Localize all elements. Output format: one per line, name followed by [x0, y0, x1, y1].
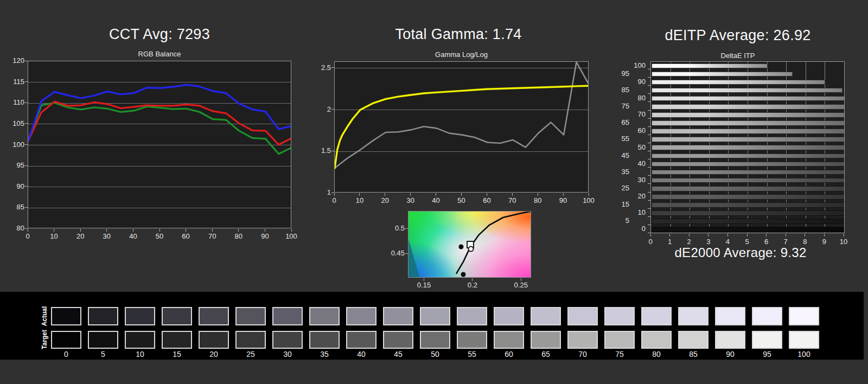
axis-tick — [650, 234, 651, 236]
axis-tick — [472, 278, 473, 281]
axis-tick — [331, 109, 334, 110]
deltae-bar-level-80 — [652, 96, 845, 101]
actual-swatch-60 — [494, 307, 524, 325]
x-axis-label: 3 — [698, 238, 719, 246]
deltae-bar-level-50 — [652, 145, 845, 150]
axis-tick — [405, 228, 408, 229]
target-swatch-80 — [641, 331, 672, 349]
deltae-bar-level-65 — [652, 120, 845, 126]
target-swatch-40 — [346, 331, 376, 349]
axis-tick — [487, 193, 487, 196]
axis-tick — [80, 229, 81, 232]
swatch-level-label: 55 — [454, 350, 490, 359]
bar-category-label: 80 — [626, 94, 646, 103]
y-axis-label: 120 — [1, 56, 24, 65]
deltae-bar-level-75 — [652, 104, 845, 110]
rgb_balance-blue-line — [28, 85, 291, 140]
y-axis-label: 100 — [1, 140, 24, 149]
deltae-bar-level-30 — [652, 178, 845, 183]
x-axis-label: 10 — [833, 238, 854, 246]
actual-swatch-85 — [678, 307, 709, 325]
axis-tick — [648, 69, 650, 69]
actual-swatch-100 — [789, 307, 819, 325]
deltae-bar-level-100 — [652, 63, 768, 69]
actual-swatch-25 — [235, 307, 266, 325]
gamma-loglog-chart-title: Gamma Log/Log — [334, 50, 589, 59]
swatch-level-label: 30 — [269, 350, 306, 359]
axis-tick — [563, 193, 564, 196]
y-axis-label: 90 — [1, 182, 24, 191]
axis-tick — [648, 151, 650, 151]
swatch-level-label: 75 — [601, 350, 638, 359]
axis-tick — [648, 200, 650, 201]
x-axis-label: 2 — [678, 238, 700, 246]
axis-tick — [648, 233, 650, 233]
target-swatch-45 — [383, 331, 413, 349]
actual-swatch-90 — [715, 307, 745, 325]
swatch-level-label: 10 — [122, 350, 158, 359]
x-axis-label: 20 — [69, 232, 91, 241]
actual-swatch-45 — [383, 307, 413, 325]
axis-tick — [824, 234, 825, 236]
target-swatch-25 — [235, 331, 266, 349]
axis-tick — [461, 193, 462, 196]
rgb-balance-chart-title: RGB Balance — [28, 50, 291, 58]
target-swatch-90 — [715, 331, 745, 349]
actual-swatch-0 — [51, 307, 81, 325]
axis-tick — [648, 175, 650, 176]
bar-category-label: 55 — [610, 135, 629, 143]
target-swatch-10 — [125, 331, 155, 349]
axis-tick — [648, 135, 650, 135]
x-axis-label: 0.15 — [411, 281, 437, 290]
axis-tick — [747, 234, 748, 236]
deltae-bar-level-85 — [652, 88, 843, 93]
swatch-level-label: 60 — [490, 350, 527, 359]
cie-chromaticity-detail-chart — [408, 211, 531, 278]
swatch-level-label: 65 — [527, 350, 564, 359]
axis-tick — [648, 77, 650, 78]
axis-tick — [805, 234, 805, 236]
swatch-level-label: 15 — [158, 350, 195, 359]
axis-tick — [106, 229, 107, 232]
x-axis-label: 9 — [813, 238, 835, 246]
bar-category-label: 40 — [626, 159, 646, 168]
actual-swatch-70 — [567, 307, 598, 325]
axis-tick — [648, 93, 650, 94]
deltae-bar-level-95 — [652, 72, 793, 77]
deltae-bar-level-70 — [652, 112, 845, 118]
gamma_loglog-lines — [335, 62, 589, 193]
target-swatch-30 — [272, 331, 303, 349]
x-axis-label: 50 — [451, 196, 473, 205]
actual-swatch-80 — [641, 307, 672, 325]
x-axis-label: 0.25 — [508, 281, 534, 290]
axis-tick — [844, 234, 844, 236]
dot-marker — [461, 272, 465, 277]
x-axis-label: 0 — [640, 238, 661, 246]
swatch-level-label: 100 — [786, 350, 822, 359]
x-axis-label: 60 — [175, 232, 197, 241]
deltae-bar-level-35 — [652, 170, 845, 175]
bar-category-label: 95 — [610, 69, 629, 78]
y-axis-label: 80 — [1, 224, 24, 233]
target-swatch-65 — [531, 331, 561, 349]
y-axis-label: 105 — [1, 119, 24, 128]
x-axis-label: 10 — [349, 196, 371, 205]
deltae-itp-bar-chart — [650, 61, 845, 233]
axis-tick — [25, 186, 28, 187]
x-axis-label: 70 — [201, 232, 223, 241]
bar-category-label: 10 — [626, 208, 646, 217]
axis-tick — [648, 101, 650, 102]
axis-tick — [669, 234, 670, 236]
swatch-level-label: 85 — [675, 350, 712, 359]
x-axis-label: 5 — [736, 238, 758, 246]
axis-tick — [648, 192, 650, 193]
axis-tick — [648, 85, 650, 86]
cct-average-title: CCT Avg: 7293 — [28, 26, 291, 43]
target-swatch-70 — [567, 331, 598, 349]
x-axis-label: 80 — [527, 196, 548, 205]
axis-tick — [25, 123, 28, 124]
axis-tick — [521, 278, 521, 281]
y-axis-label: 0.5 — [381, 224, 405, 233]
swatch-level-label: 70 — [564, 350, 601, 359]
y-axis-label: 2.5 — [307, 63, 331, 72]
